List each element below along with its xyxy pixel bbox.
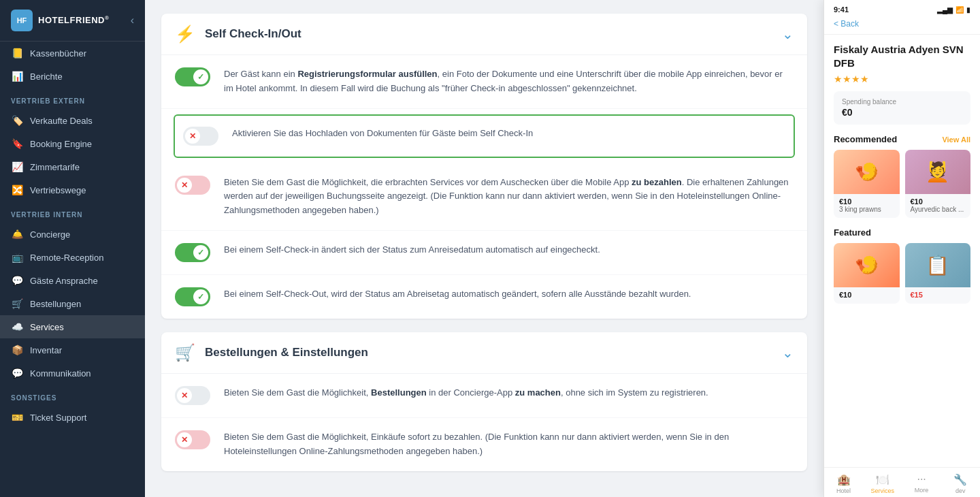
setting-row-4: ✓ Bei einem Self-Check-in ändert sich de… bbox=[161, 231, 807, 275]
phone-nav-services[interactable]: 🍽️ Services bbox=[863, 473, 902, 494]
sidebar-header: HF HOTELFRIEND® ‹ bbox=[0, 0, 145, 42]
sidebar-item-ticket-support[interactable]: 🎫 Ticket Support bbox=[0, 406, 145, 429]
toggle-b1[interactable]: ✕ bbox=[175, 386, 210, 405]
featured-card-1[interactable]: 🍤 €10 bbox=[834, 243, 900, 304]
sidebar-item-label: Zimmertarife bbox=[30, 162, 80, 172]
phone-time: 9:41 bbox=[834, 5, 849, 14]
dev-nav-icon: 🔧 bbox=[953, 473, 967, 486]
sidebar-item-label: Booking Engine bbox=[30, 139, 92, 149]
services-nav-icon: 🍽️ bbox=[876, 473, 889, 486]
sidebar-item-label: Berichte bbox=[30, 71, 63, 82]
toggle-4[interactable]: ✓ bbox=[175, 243, 210, 262]
featured-card-2[interactable]: 📋 €15 bbox=[905, 243, 971, 304]
toggle-b2[interactable]: ✕ bbox=[175, 430, 210, 449]
phone-hotel-name: Fiskaly Austria Adyen SVN DFB bbox=[834, 43, 970, 69]
setting-row-2: ✕ Aktivieren Sie das Hochladen von Dokum… bbox=[174, 114, 795, 158]
phone-balance-label: Spending balance bbox=[842, 98, 962, 106]
toggle-5[interactable]: ✓ bbox=[175, 287, 210, 306]
product-card-2[interactable]: 💆 €10 Ayurvedic back ... bbox=[905, 150, 971, 218]
check-icon: ✓ bbox=[197, 292, 204, 302]
more-nav-icon: ··· bbox=[917, 473, 926, 485]
setting-row-5: ✓ Bei einem Self-Check-Out, wird der Sta… bbox=[161, 275, 807, 319]
product-price-2: €10 bbox=[911, 197, 966, 206]
self-checkin-section: ⚡ Self Check-In/Out ⌄ ✓ Der Gäst kann ei… bbox=[161, 14, 807, 319]
sidebar-item-kommunikation[interactable]: 💬 Kommunikation bbox=[0, 362, 145, 385]
sidebar-item-label: Remote-Reception bbox=[30, 253, 103, 263]
battery-icon: ▮ bbox=[966, 6, 970, 14]
sidebar-back-icon[interactable]: ‹ bbox=[131, 14, 134, 27]
zimmertarife-icon: 📈 bbox=[11, 161, 23, 172]
sidebar-item-gaeste-ansprache[interactable]: 💬 Gäste Ansprache bbox=[0, 269, 145, 292]
sidebar-item-vertriebswege[interactable]: 🔀 Vertriebswege bbox=[0, 178, 145, 202]
sidebar-item-label: Bestellungen bbox=[30, 299, 81, 309]
bestellungen-section: 🛒 Bestellungen & Einstellungen ⌄ ✕ Biete… bbox=[161, 332, 807, 471]
sidebar-item-services[interactable]: ☁️ Services bbox=[0, 315, 145, 338]
product-img-2: 💆 bbox=[905, 150, 971, 194]
self-checkin-chevron[interactable]: ⌄ bbox=[782, 26, 794, 42]
sidebar-item-booking-engine[interactable]: 🔖 Booking Engine bbox=[0, 132, 145, 155]
phone-back-nav[interactable]: < Back bbox=[824, 16, 980, 35]
product-card-1[interactable]: 🍤 €10 3 king prawns bbox=[834, 150, 900, 218]
section-label-sonstiges: SONSTIGES bbox=[0, 385, 145, 406]
setting-row-3: ✕ Bieten Sie dem Gast die Möglichkeit, d… bbox=[161, 163, 807, 231]
phone-nav-more[interactable]: ··· More bbox=[902, 473, 941, 494]
sidebar-item-inventar[interactable]: 📦 Inventar bbox=[0, 338, 145, 362]
bestellungen-title: Bestellungen & Einstellungen bbox=[205, 346, 368, 359]
featured-img-1: 🍤 bbox=[834, 243, 900, 287]
services-icon: ☁️ bbox=[11, 321, 23, 332]
setting-row-b2: ✕ Bieten Sie dem Gast die Möglichkeit, E… bbox=[161, 418, 807, 471]
toggle-1[interactable]: ✓ bbox=[175, 67, 210, 86]
featured-price-1: €10 bbox=[839, 291, 894, 299]
sidebar-item-berichte[interactable]: 📊 Berichte bbox=[0, 65, 145, 88]
setting-text-4: Bei einem Self-Check-in ändert sich der … bbox=[224, 243, 794, 257]
setting-text-b2: Bieten Sie dem Gast die Möglichkeit, Ein… bbox=[224, 430, 794, 459]
phone-bottom-nav: 🏨 Hotel 🍽️ Services ··· More 🔧 dev bbox=[824, 467, 980, 497]
view-all-link[interactable]: View All bbox=[942, 135, 970, 144]
logo-wrap: HF HOTELFRIEND® bbox=[11, 10, 109, 31]
section-label-vertrieb-intern: VERTRIEB INTERN bbox=[0, 202, 145, 223]
setting-row-1: ✓ Der Gäst kann ein Registrierungsformul… bbox=[161, 55, 807, 109]
toggle-2[interactable]: ✕ bbox=[183, 127, 218, 146]
dev-nav-label: dev bbox=[956, 487, 966, 494]
sidebar-item-verkaufte-deals[interactable]: 🏷️ Verkaufte Deals bbox=[0, 109, 145, 132]
phone-balance-value: €0 bbox=[842, 107, 962, 118]
kassenbuecher-icon: 📒 bbox=[11, 48, 23, 59]
sidebar-item-bestellungen[interactable]: 🛒 Bestellungen bbox=[0, 292, 145, 315]
hotel-nav-icon: 🏨 bbox=[837, 473, 851, 486]
berichte-icon: 📊 bbox=[11, 71, 23, 82]
bestellungen-chevron[interactable]: ⌄ bbox=[782, 344, 794, 361]
phone-panel: 9:41 ▂▄▆ 📶 ▮ < Back Fiskaly Austria Adye… bbox=[823, 0, 980, 497]
phone-nav-dev[interactable]: 🔧 dev bbox=[941, 473, 980, 494]
setting-row-b1: ✕ Bieten Sie dem Gast die Möglichkeit, B… bbox=[161, 374, 807, 418]
inventar-icon: 📦 bbox=[11, 344, 23, 355]
toggle-knob-5: ✓ bbox=[193, 289, 208, 304]
sidebar-item-label: Vertriebswege bbox=[30, 185, 86, 195]
more-nav-label: More bbox=[915, 487, 929, 494]
phone-status-icons: ▂▄▆ 📶 ▮ bbox=[937, 6, 970, 14]
sidebar-item-zimmertarife[interactable]: 📈 Zimmertarife bbox=[0, 155, 145, 178]
featured-img-2: 📋 bbox=[905, 243, 971, 287]
remote-icon: 📺 bbox=[11, 252, 23, 263]
sidebar-item-label: Concierge bbox=[30, 229, 70, 240]
sidebar-item-label: Gäste Ansprache bbox=[30, 276, 98, 286]
sidebar-item-remote-reception[interactable]: 📺 Remote-Reception bbox=[0, 246, 145, 269]
product-name-2: Ayurvedic back ... bbox=[911, 206, 966, 213]
self-checkin-title-wrap: ⚡ Self Check-In/Out bbox=[175, 25, 301, 44]
sidebar-item-concierge[interactable]: 🛎️ Concierge bbox=[0, 223, 145, 246]
sidebar-item-label: Verkaufte Deals bbox=[30, 116, 93, 126]
sidebar-item-kassenbuecher[interactable]: 📒 Kassenbücher bbox=[0, 42, 145, 65]
setting-text-5: Bei einem Self-Check-Out, wird der Statu… bbox=[224, 287, 794, 302]
check-icon: ✓ bbox=[197, 72, 204, 82]
setting-text-b1: Bieten Sie dem Gast die Möglichkeit, Bes… bbox=[224, 386, 794, 400]
recommended-header: Recommended View All bbox=[834, 134, 970, 144]
toggle-3[interactable]: ✕ bbox=[175, 176, 210, 195]
bestellungen-icon: 🛒 bbox=[11, 298, 23, 309]
x-icon: ✕ bbox=[181, 180, 188, 190]
setting-row-2-wrapper: ✕ Aktivieren Sie das Hochladen von Dokum… bbox=[161, 109, 807, 163]
sidebar-item-label: Kommunikation bbox=[30, 368, 91, 379]
featured-title: Featured bbox=[834, 227, 871, 238]
toggle-knob-b1: ✕ bbox=[177, 388, 192, 403]
kommunikation-icon: 💬 bbox=[11, 368, 23, 379]
phone-nav-hotel[interactable]: 🏨 Hotel bbox=[824, 473, 863, 494]
deals-icon: 🏷️ bbox=[11, 115, 23, 126]
